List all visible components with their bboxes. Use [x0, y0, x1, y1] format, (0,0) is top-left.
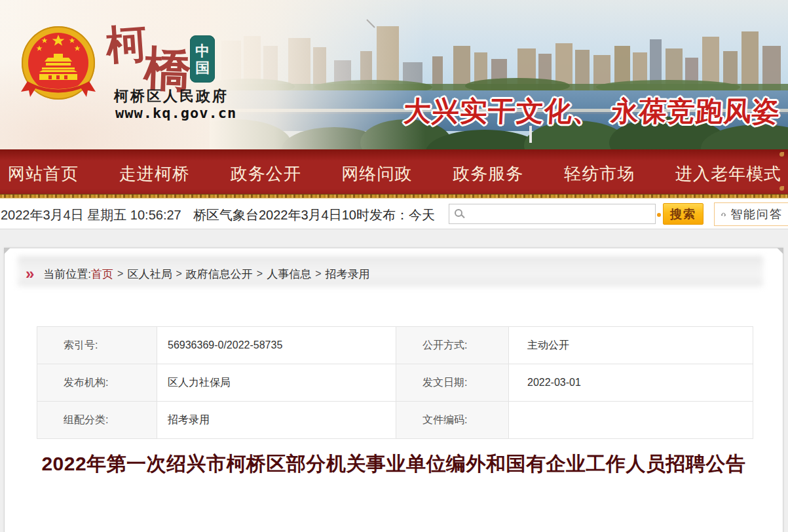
org-name: 柯桥区人民政府: [114, 86, 229, 106]
nav-item-textile-market[interactable]: 轻纺市场: [564, 162, 635, 185]
double-arrow-icon: »: [26, 267, 34, 280]
nav-item-elder-mode[interactable]: 进入老年模式: [675, 162, 781, 185]
gold-pattern-band: [0, 194, 788, 199]
national-emblem-icon: [20, 24, 97, 107]
breadcrumb-item-personnel-info[interactable]: 人事信息: [267, 267, 311, 282]
meta-label-issuing-agency: 发布机构:: [37, 364, 157, 402]
nav-item-about[interactable]: 走进柯桥: [119, 162, 190, 185]
document-meta-table: 索引号: 56936369-0/2022-58735 公开方式: 主动公开 发布…: [37, 326, 753, 439]
search-button[interactable]: 搜索: [663, 203, 704, 225]
dot-ornament-icon: [657, 213, 661, 217]
page-curl-icon: [777, 248, 783, 254]
breadcrumb-item-gov-info-disclosure[interactable]: 政府信息公开: [186, 267, 253, 282]
nav-corner-ornament-icon: [779, 186, 784, 191]
table-row: 组配分类: 招考录用 文件编码:: [37, 402, 753, 439]
breadcrumb: » 当前位置: 首页 > 区人社局 > 政府信息公开 > 人事信息 > 招考录用: [26, 261, 763, 286]
site-banner: 柯 橋 中 国 柯桥区人民政府 www.kq.gov.cn 大兴实干文化、 永葆…: [0, 0, 788, 149]
site-name-calligraphy-char1: 柯: [104, 16, 149, 73]
meta-value-disclosure-method: 主动公开: [509, 327, 753, 364]
nav-item-home[interactable]: 网站首页: [8, 162, 79, 185]
breadcrumb-item-hr-bureau[interactable]: 区人社局: [127, 267, 172, 282]
seal-char-bottom: 国: [195, 60, 210, 75]
nav-item-online-politics[interactable]: 网络问政: [341, 162, 412, 185]
nav-corner-ornament-icon: [779, 152, 784, 157]
meta-value-issuing-agency: 区人力社保局: [157, 364, 396, 402]
search-box: [449, 204, 656, 224]
banner-fade-overlay: [210, 0, 426, 149]
meta-label-file-code: 文件编码:: [396, 402, 509, 439]
breadcrumb-separator: >: [315, 268, 321, 280]
search-icon: [455, 209, 462, 217]
current-datetime: 2022年3月4日 星期五 10:56:27: [1, 206, 181, 224]
smart-qa-button[interactable]: 智能问答: [714, 202, 788, 226]
breadcrumb-item-home[interactable]: 首页: [91, 267, 113, 282]
site-logo[interactable]: 柯 橋 中 国 柯桥区人民政府 www.kq.gov.cn: [14, 20, 231, 131]
table-row: 发布机构: 区人力社保局 发文日期: 2022-03-01: [37, 364, 753, 402]
info-bar: 2022年3月4日 星期五 10:56:27 桥区气象台2022年3月4日10时…: [0, 199, 788, 229]
nav-item-gov-info[interactable]: 政务公开: [231, 162, 301, 185]
breadcrumb-separator: >: [176, 268, 181, 280]
nav-item-gov-services[interactable]: 政务服务: [453, 162, 523, 185]
search-input[interactable]: [469, 204, 652, 223]
main-nav: 网站首页 走进柯桥 政务公开 网络问政 政务服务 轻纺市场 进入老年模式: [0, 149, 788, 194]
headset-icon: [721, 208, 726, 220]
meta-label-category: 组配分类:: [37, 402, 157, 439]
banner-slogan: 大兴实干文化、 永葆竞跑风姿: [403, 93, 781, 130]
breadcrumb-prefix: 当前位置:: [43, 267, 91, 282]
breadcrumb-item-recruitment[interactable]: 招考录用: [325, 267, 369, 282]
breadcrumb-separator: >: [257, 268, 263, 280]
meta-label-index-number: 索引号:: [37, 327, 157, 364]
site-url: www.kq.gov.cn: [115, 105, 236, 121]
seal-char-top: 中: [195, 43, 210, 58]
meta-label-issue-date: 发文日期:: [396, 364, 509, 402]
article-title: 2022年第一次绍兴市柯桥区部分机关事业单位编外和国有企业工作人员招聘公告: [5, 450, 783, 477]
china-seal-icon: 中 国: [190, 35, 215, 83]
table-row: 索引号: 56936369-0/2022-58735 公开方式: 主动公开: [37, 327, 753, 364]
page-curl-icon: [4, 248, 10, 254]
meta-value-category: 招考录用: [157, 402, 396, 439]
weather-bulletin: 桥区气象台2022年3月4日10时发布：今天: [193, 206, 435, 224]
content-card: » 当前位置: 首页 > 区人社局 > 政府信息公开 > 人事信息 > 招考录用…: [4, 248, 783, 532]
meta-value-index-number: 56936369-0/2022-58735: [157, 327, 396, 364]
meta-label-disclosure-method: 公开方式:: [396, 327, 509, 364]
smart-qa-label: 智能问答: [730, 206, 783, 222]
meta-value-issue-date: 2022-03-01: [509, 364, 753, 402]
meta-value-file-code: [509, 402, 753, 439]
breadcrumb-separator: >: [117, 268, 123, 280]
